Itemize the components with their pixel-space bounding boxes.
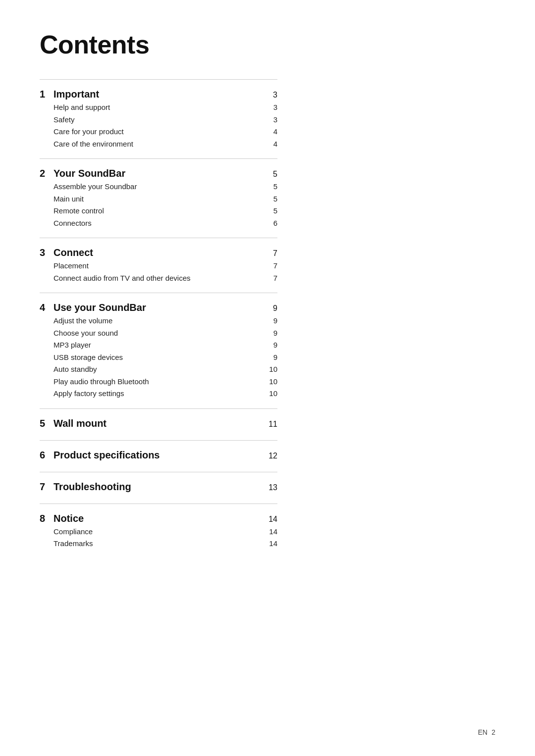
- toc-subitem-1-3: Care of the environment4: [40, 139, 277, 150]
- section-title-5: Wall mount: [54, 418, 266, 429]
- subitem-page-1-3: 4: [266, 140, 277, 148]
- toc-subitem-8-1: Trademarks14: [40, 538, 277, 550]
- toc-subitem-2-3: Connectors6: [40, 218, 277, 229]
- subitem-title-2-1: Main unit: [54, 194, 266, 205]
- section-title-8: Notice: [54, 513, 266, 524]
- section-page-8: 14: [266, 515, 277, 524]
- section-title-3: Connect: [54, 247, 266, 258]
- toc-subitem-1-1: Safety3: [40, 114, 277, 126]
- toc-section-4: 4Use your SoundBar9Adjust the volume9Cho…: [40, 293, 277, 408]
- section-page-5: 11: [266, 420, 277, 429]
- toc-section-2: 2Your SoundBar5Assemble your Soundbar5Ma…: [40, 158, 277, 238]
- subitem-page-8-0: 14: [266, 527, 277, 536]
- toc-section-1: 1Important3Help and support3Safety3Care …: [40, 79, 277, 158]
- subitem-title-3-0: Placement: [54, 260, 266, 272]
- section-title-4: Use your SoundBar: [54, 302, 266, 313]
- toc-section-header-7: 7Troubleshooting13: [40, 481, 277, 493]
- toc-section-header-3: 3Connect7: [40, 247, 277, 258]
- section-title-6: Product specifications: [54, 450, 266, 461]
- subitem-page-2-2: 5: [266, 206, 277, 215]
- toc-section-header-2: 2Your SoundBar5: [40, 168, 277, 179]
- subitem-page-4-4: 10: [266, 365, 277, 373]
- toc-subitem-4-1: Choose your sound9: [40, 328, 277, 339]
- section-page-3: 7: [266, 249, 277, 258]
- section-title-7: Troubleshooting: [54, 481, 266, 493]
- subitem-page-4-2: 9: [266, 341, 277, 349]
- section-number-5: 5: [40, 418, 54, 429]
- toc-section-header-1: 1Important3: [40, 89, 277, 100]
- subitem-page-1-0: 3: [266, 103, 277, 111]
- toc-subitem-2-1: Main unit5: [40, 194, 277, 205]
- section-number-4: 4: [40, 302, 54, 313]
- subitem-title-4-4: Auto standby: [54, 364, 266, 375]
- subitem-title-2-2: Remote control: [54, 205, 266, 217]
- section-title-1: Important: [54, 89, 266, 100]
- subitem-title-1-2: Care for your product: [54, 126, 266, 138]
- subitem-page-2-3: 6: [266, 219, 277, 227]
- subitem-page-2-1: 5: [266, 195, 277, 203]
- subitem-title-1-0: Help and support: [54, 102, 266, 113]
- section-page-2: 5: [266, 170, 277, 179]
- toc-subitem-3-0: Placement7: [40, 260, 277, 272]
- toc-subitem-2-0: Assemble your Soundbar5: [40, 181, 277, 193]
- section-number-1: 1: [40, 89, 54, 100]
- subitem-page-2-0: 5: [266, 182, 277, 191]
- toc-subitem-4-3: USB storage devices9: [40, 352, 277, 363]
- subitem-title-2-3: Connectors: [54, 218, 266, 229]
- toc-section-7: 7Troubleshooting13: [40, 472, 277, 504]
- subitem-page-3-1: 7: [266, 274, 277, 282]
- toc-subitem-1-0: Help and support3: [40, 102, 277, 113]
- toc-subitem-2-2: Remote control5: [40, 205, 277, 217]
- subitem-title-8-1: Trademarks: [54, 538, 266, 550]
- toc-subitem-8-0: Compliance14: [40, 526, 277, 538]
- toc-subitem-4-2: MP3 player9: [40, 340, 277, 351]
- section-page-7: 13: [266, 483, 277, 492]
- subitem-title-4-0: Adjust the volume: [54, 315, 266, 327]
- section-number-6: 6: [40, 450, 54, 461]
- subitem-page-3-0: 7: [266, 261, 277, 270]
- subitem-page-8-1: 14: [266, 539, 277, 548]
- subitem-page-4-0: 9: [266, 316, 277, 325]
- toc-section-5: 5Wall mount11: [40, 408, 277, 440]
- footer-lang: EN: [478, 728, 487, 736]
- subitem-title-2-0: Assemble your Soundbar: [54, 181, 266, 193]
- section-title-2: Your SoundBar: [54, 168, 266, 179]
- section-number-2: 2: [40, 168, 54, 179]
- toc-section-3: 3Connect7Placement7Connect audio from TV…: [40, 238, 277, 293]
- subitem-title-4-1: Choose your sound: [54, 328, 266, 339]
- subitem-page-4-1: 9: [266, 329, 277, 337]
- toc-section-header-6: 6Product specifications12: [40, 450, 277, 461]
- toc-subitem-3-1: Connect audio from TV and other devices7: [40, 273, 277, 284]
- subitem-title-1-3: Care of the environment: [54, 139, 266, 150]
- subitem-page-4-5: 10: [266, 377, 277, 386]
- subitem-page-1-1: 3: [266, 115, 277, 124]
- toc-container: 1Important3Help and support3Safety3Care …: [40, 79, 277, 558]
- section-page-1: 3: [266, 91, 277, 100]
- toc-subitem-1-2: Care for your product4: [40, 126, 277, 138]
- subitem-page-4-3: 9: [266, 353, 277, 361]
- toc-subitem-4-0: Adjust the volume9: [40, 315, 277, 327]
- toc-section-8: 8Notice14Compliance14Trademarks14: [40, 504, 277, 558]
- subitem-title-1-1: Safety: [54, 114, 266, 126]
- subitem-page-4-6: 10: [266, 389, 277, 398]
- footer: EN 2: [478, 728, 495, 736]
- subitem-title-3-1: Connect audio from TV and other devices: [54, 273, 266, 284]
- toc-subitem-4-6: Apply factory settings10: [40, 388, 277, 400]
- subitem-title-4-2: MP3 player: [54, 340, 266, 351]
- subitem-title-4-6: Apply factory settings: [54, 388, 266, 400]
- page-title: Contents: [40, 30, 495, 59]
- subitem-page-1-2: 4: [266, 127, 277, 136]
- subitem-title-4-5: Play audio through Bluetooth: [54, 376, 266, 388]
- toc-section-header-4: 4Use your SoundBar9: [40, 302, 277, 313]
- subitem-title-4-3: USB storage devices: [54, 352, 266, 363]
- section-number-8: 8: [40, 513, 54, 524]
- toc-section-6: 6Product specifications12: [40, 440, 277, 472]
- section-page-4: 9: [266, 304, 277, 313]
- toc-subitem-4-4: Auto standby10: [40, 364, 277, 375]
- toc-section-header-5: 5Wall mount11: [40, 418, 277, 429]
- toc-section-header-8: 8Notice14: [40, 513, 277, 524]
- footer-page-number: 2: [491, 728, 495, 736]
- section-page-6: 12: [266, 452, 277, 460]
- section-number-7: 7: [40, 481, 54, 493]
- toc-subitem-4-5: Play audio through Bluetooth10: [40, 376, 277, 388]
